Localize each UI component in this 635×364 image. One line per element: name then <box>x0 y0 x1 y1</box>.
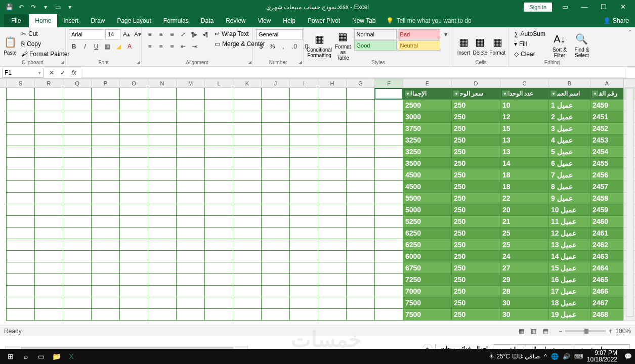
cell[interactable] <box>233 274 261 286</box>
tab-home[interactable]: Home <box>29 14 57 27</box>
page-break-view-icon[interactable]: ▤ <box>540 326 551 336</box>
cell[interactable] <box>6 193 34 204</box>
cell[interactable]: 2460 <box>590 216 623 228</box>
cell[interactable] <box>63 204 91 216</box>
formula-input[interactable] <box>82 68 626 78</box>
cell[interactable]: عميل 3 <box>548 123 590 134</box>
cell[interactable] <box>63 239 91 251</box>
cell[interactable]: عميل 5 <box>548 146 590 158</box>
clear-button[interactable]: ◇Clear <box>512 50 547 59</box>
cell[interactable] <box>346 181 374 193</box>
font-dlauncher-icon[interactable]: ◢ <box>137 60 140 65</box>
cut-button[interactable]: ✂Cut <box>19 29 71 38</box>
cell[interactable] <box>204 274 233 286</box>
insert-cells-button[interactable]: ▦Insert <box>456 29 471 61</box>
cell[interactable] <box>91 146 119 158</box>
cell[interactable]: 22 <box>500 193 548 204</box>
cell[interactable] <box>63 169 91 181</box>
cell[interactable] <box>261 193 289 204</box>
cell[interactable] <box>91 228 119 239</box>
cell[interactable] <box>233 158 261 169</box>
cell[interactable]: عميل 1 <box>548 100 590 111</box>
save-icon[interactable]: 💾 <box>4 2 14 12</box>
cell[interactable] <box>34 251 63 262</box>
cell[interactable] <box>204 181 233 193</box>
cell[interactable] <box>91 123 119 134</box>
cell[interactable] <box>176 228 204 239</box>
cell[interactable] <box>261 134 289 146</box>
cell[interactable] <box>318 100 346 111</box>
cell[interactable] <box>6 239 34 251</box>
cell[interactable]: 250 <box>451 146 500 158</box>
copy-button[interactable]: ⎘Copy <box>19 39 71 49</box>
cell[interactable]: 3500 <box>403 158 451 169</box>
cell[interactable] <box>63 297 91 309</box>
styles-more-icon[interactable]: ▾ <box>442 29 450 39</box>
cell[interactable] <box>34 193 63 204</box>
cell[interactable]: 6250 <box>403 239 451 251</box>
cell[interactable] <box>91 274 119 286</box>
maximize-icon[interactable]: ☐ <box>595 1 613 13</box>
cell[interactable]: 24 <box>500 251 548 262</box>
cell[interactable]: عميل 14 <box>548 251 590 262</box>
cell[interactable]: 13 <box>500 134 548 146</box>
cell[interactable]: اسم العميل▾ <box>548 88 590 100</box>
cell[interactable] <box>289 216 318 228</box>
cell[interactable] <box>148 134 176 146</box>
cell[interactable] <box>346 100 374 111</box>
cell[interactable] <box>204 228 233 239</box>
cancel-formula-icon[interactable]: ✕ <box>47 68 57 78</box>
cell[interactable] <box>233 111 261 123</box>
cell[interactable] <box>374 286 403 297</box>
cell[interactable] <box>148 193 176 204</box>
qat-more-icon[interactable]: ▾ <box>40 2 51 12</box>
cell[interactable]: 10 <box>500 100 548 111</box>
cell[interactable] <box>318 274 346 286</box>
cell[interactable] <box>204 146 233 158</box>
cell[interactable] <box>233 193 261 204</box>
cell[interactable] <box>63 193 91 204</box>
cell[interactable] <box>233 181 261 193</box>
cell[interactable]: 28 <box>500 286 548 297</box>
cell[interactable] <box>119 181 148 193</box>
cell[interactable] <box>346 158 374 169</box>
align-center-icon[interactable]: ≡ <box>156 41 166 52</box>
cell[interactable] <box>374 309 403 321</box>
cell[interactable]: 2458 <box>590 193 623 204</box>
cell[interactable] <box>148 181 176 193</box>
cell[interactable] <box>91 239 119 251</box>
cell[interactable] <box>318 239 346 251</box>
tab-draw[interactable]: Draw <box>84 14 111 27</box>
alignment-dlauncher-icon[interactable]: ◢ <box>248 60 251 65</box>
font-size-combo[interactable]: 14 <box>105 29 120 39</box>
conditional-formatting-button[interactable]: ▦ Conditional Formatting <box>307 29 332 61</box>
cell[interactable] <box>6 88 34 100</box>
cell[interactable] <box>374 123 403 134</box>
cell[interactable]: 2451 <box>590 111 623 123</box>
cell[interactable]: 29 <box>500 274 548 286</box>
column-header-F[interactable]: F <box>374 79 403 87</box>
cell[interactable] <box>63 134 91 146</box>
cell[interactable] <box>289 204 318 216</box>
cell[interactable] <box>233 286 261 297</box>
cell[interactable] <box>148 158 176 169</box>
cell[interactable] <box>176 100 204 111</box>
cell[interactable] <box>318 134 346 146</box>
align-left-icon[interactable]: ≡ <box>145 41 155 52</box>
cell[interactable] <box>318 204 346 216</box>
cell[interactable]: 30 <box>500 297 548 309</box>
cell[interactable] <box>289 146 318 158</box>
cell[interactable] <box>346 262 374 274</box>
cell[interactable] <box>318 193 346 204</box>
increase-font-icon[interactable]: A▴ <box>121 29 132 39</box>
cell[interactable] <box>318 88 346 100</box>
cell[interactable] <box>34 123 63 134</box>
cell[interactable] <box>346 146 374 158</box>
cell[interactable] <box>91 158 119 169</box>
cell[interactable] <box>34 297 63 309</box>
cell[interactable] <box>176 123 204 134</box>
cell[interactable]: 7250 <box>403 274 451 286</box>
cell[interactable]: 2454 <box>590 146 623 158</box>
cell[interactable] <box>289 193 318 204</box>
cell[interactable] <box>346 228 374 239</box>
